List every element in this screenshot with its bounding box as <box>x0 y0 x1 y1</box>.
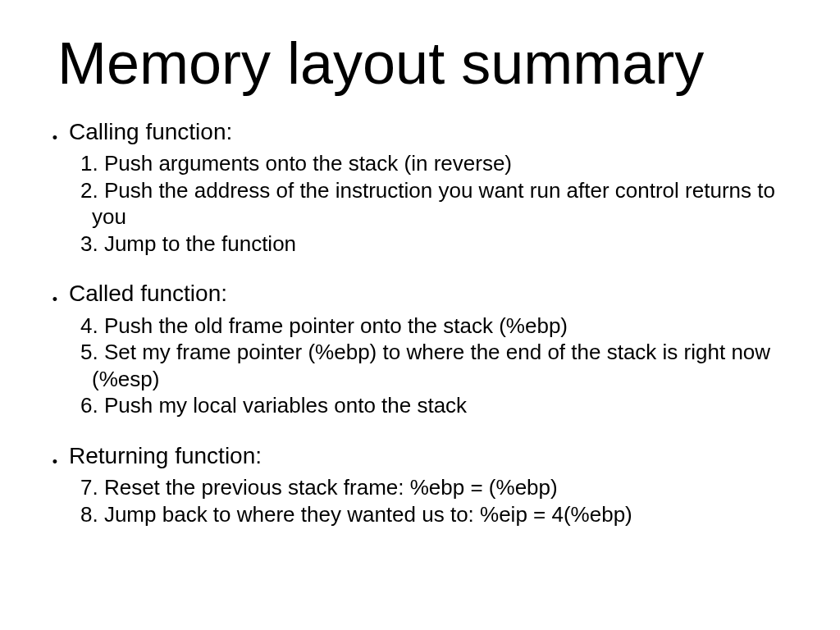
section-returning: • Returning function: 7. Reset the previ… <box>41 442 799 528</box>
list-item: 3. Jump to the function <box>80 231 799 258</box>
bullet-icon: • <box>41 130 69 145</box>
list-item: 4. Push the old frame pointer onto the s… <box>80 313 799 340</box>
list-item: 6. Push my local variables onto the stac… <box>80 392 799 419</box>
list-item: 1. Push arguments onto the stack (in rev… <box>80 150 799 177</box>
list-item-continuation: (%esp) <box>80 366 799 393</box>
section-body: 7. Reset the previous stack frame: %ebp … <box>80 474 799 527</box>
list-item: 8. Jump back to where they wanted us to:… <box>80 501 799 528</box>
content-list: • Calling function: 1. Push arguments on… <box>41 118 799 528</box>
slide: Memory layout summary • Calling function… <box>0 0 840 630</box>
section-heading: Returning function: <box>69 442 262 470</box>
section-called: • Called function: 4. Push the old frame… <box>41 280 799 419</box>
section-body: 1. Push arguments onto the stack (in rev… <box>80 150 799 257</box>
bullet-icon: • <box>41 292 69 307</box>
bullet-row: • Returning function: <box>41 442 799 470</box>
slide-title: Memory layout summary <box>57 33 799 95</box>
list-item: 5. Set my frame pointer (%ebp) to where … <box>80 339 799 366</box>
section-body: 4. Push the old frame pointer onto the s… <box>80 313 799 419</box>
bullet-row: • Calling function: <box>41 118 799 146</box>
list-item: 7. Reset the previous stack frame: %ebp … <box>80 474 799 501</box>
section-heading: Calling function: <box>69 118 232 146</box>
bullet-icon: • <box>41 454 69 469</box>
list-item-continuation: you <box>80 203 799 231</box>
bullet-row: • Called function: <box>41 280 799 308</box>
section-heading: Called function: <box>69 280 227 308</box>
section-calling: • Calling function: 1. Push arguments on… <box>41 118 799 258</box>
list-item: 2. Push the address of the instruction y… <box>80 177 799 204</box>
